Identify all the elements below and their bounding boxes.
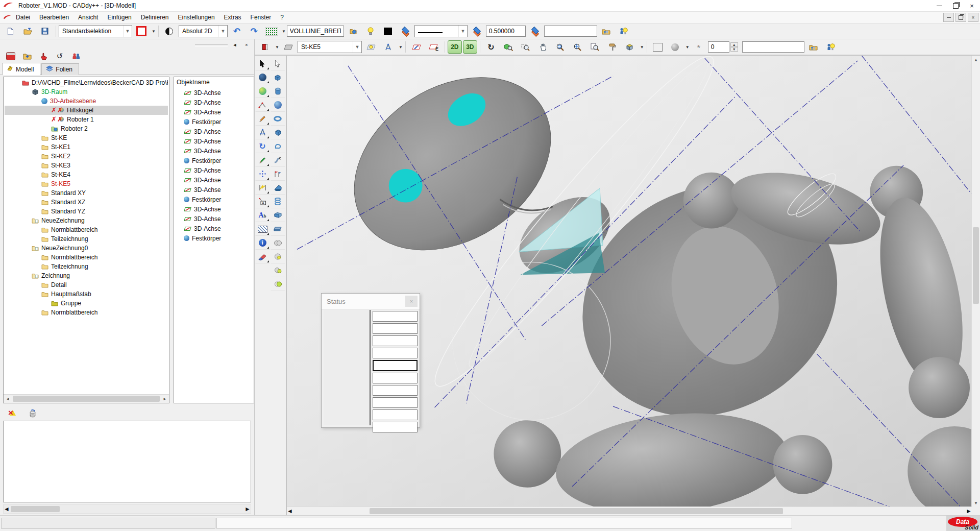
tab-folien[interactable]: Folien [41,63,79,75]
line-type-layers-button[interactable] [469,24,485,38]
tool-bool-shell-button[interactable] [271,250,285,263]
line-style-input[interactable] [287,26,344,37]
selection-color-button[interactable] [133,24,150,38]
tool-rotate-copy-button[interactable]: ↻ [255,139,270,153]
status-window-titlebar[interactable]: Status × [322,294,420,309]
attribute-input[interactable] [544,26,597,37]
tool-point-snap-button[interactable] [255,167,270,181]
plane-align-dropdown-icon[interactable]: ▼ [399,45,403,50]
tool-text-button[interactable]: Ab [255,208,270,222]
tool-solid-sphere-button[interactable] [255,70,270,84]
tool-hatch-button[interactable] [255,222,270,236]
window-restore-button[interactable] [947,0,964,11]
tree-item[interactable]: ✗✗Hilfskugel [5,106,168,115]
status-field-row[interactable] [373,360,418,371]
workplane-dropdown-icon[interactable]: ▼ [275,45,279,50]
status-field-row[interactable] [373,422,418,432]
scroll-up-icon[interactable]: ▲ [972,56,980,64]
tree-item[interactable]: Normblattbereich [5,308,168,317]
line-width-input[interactable] [486,26,526,37]
message-list[interactable] [3,421,251,502]
tree-item[interactable]: Hauptmaßstab [5,289,168,299]
line-style-folder-button[interactable] [345,24,361,38]
spinner-down-icon[interactable]: ▼ [730,47,738,52]
scroll-left-icon[interactable]: ◄ [4,505,10,513]
status-field-row[interactable] [373,397,418,408]
workplane-plane-button[interactable] [280,40,297,54]
delete-marked-button[interactable]: × [4,406,20,421]
view-3d-button[interactable]: 3D [463,40,477,54]
new-file-button[interactable] [2,24,18,38]
tool-select-3d-button[interactable] [271,57,285,70]
child-close-button[interactable]: × [968,13,978,22]
tool-sphere-button[interactable] [271,98,285,112]
model-canvas[interactable] [287,56,972,511]
coordinate-mode-select[interactable]: Absolut 2D▼ [179,25,228,37]
viewport-hscroll-thumb[interactable] [370,508,783,514]
shade-mode-button[interactable] [667,40,683,54]
tree-item[interactable]: St-KE2 [5,152,168,161]
status-field-row[interactable] [373,348,418,358]
object-list-item[interactable]: 3D-Achse [177,165,254,175]
menu-item-definieren[interactable]: Definieren [136,13,174,22]
status-window[interactable]: Status × [321,293,420,428]
tree-item[interactable]: St-KE1 [5,142,168,152]
group-folder-button[interactable] [598,24,615,38]
scroll-right-icon[interactable]: ► [161,395,169,403]
scroll-right-icon[interactable]: ► [966,508,972,515]
tree-item[interactable]: Teilzeichnung [5,262,168,271]
line-style-bulb-button[interactable] [362,24,379,38]
plane-visibility-button[interactable] [363,40,379,54]
tree-item[interactable]: Zeichnung [5,271,168,280]
layer-name-input[interactable] [742,41,804,53]
dock-load-button[interactable] [20,51,34,62]
viewport-horizontal-scrollbar[interactable]: ◄ ► [287,506,972,515]
zoom-previous-button[interactable] [552,40,569,54]
status-field-row[interactable] [373,373,418,383]
tool-select-button[interactable] [255,57,270,70]
tree-item[interactable]: St-KE [5,133,168,142]
tool-modify-sphere-button[interactable] [255,84,270,98]
layer-bulb-button[interactable] [823,40,839,54]
zoom-fit-button[interactable] [570,40,586,54]
tool-info-button[interactable]: i [255,236,270,250]
view-2d-button[interactable]: 2D [448,40,462,54]
object-list-item[interactable]: 3D-Achse [177,88,254,98]
selection-color-dropdown-icon[interactable]: ▼ [152,29,156,34]
object-list-item[interactable]: 3D-Achse [177,107,254,117]
line-type-select[interactable]: ▼ [414,25,468,37]
object-list-item[interactable]: Festkörper [177,233,254,243]
tool-flags-button[interactable] [271,167,285,181]
object-list-item[interactable]: 3D-Achse [177,127,254,136]
zoom-sheet-button[interactable] [587,40,603,54]
group-bulb-button[interactable] [616,24,632,38]
render-mode-dropdown-icon[interactable]: ▼ [640,45,644,50]
tree-item[interactable]: NeueZeichnung [5,216,168,225]
tree-item[interactable]: Detail [5,280,168,289]
line-width-layers-button[interactable] [527,24,543,38]
tool-line-snap-button[interactable] [255,181,270,195]
viewport-vertical-scrollbar[interactable]: ▲ ▼ [971,56,980,507]
grid-dropdown-icon[interactable]: ▼ [282,29,286,34]
tree-item[interactable]: St-KE3 [5,161,168,170]
tree-scroll-thumb[interactable] [13,396,160,402]
color-layers-button[interactable] [397,24,413,38]
layer-folder-button[interactable] [805,40,822,54]
dock-close-button[interactable]: × [242,41,251,50]
status-field-row[interactable] [373,385,418,396]
object-list-item[interactable]: 3D-Achse [177,136,254,146]
spinner-up-icon[interactable]: ▲ [730,42,738,47]
dock-scroll-thumb[interactable] [11,506,60,512]
color-swatch-button[interactable] [380,24,396,38]
plane-edit-e-button[interactable]: E [426,40,442,54]
dock-collapse-button[interactable]: ◄ [230,41,239,50]
object-list-item[interactable]: 3D-Achse [177,185,254,195]
tree-item[interactable]: D:\AVCHD_Filme\Lernvideos\BeckerCAD 3D P… [5,78,168,87]
menu-item-help[interactable]: ? [276,13,288,22]
object-list-item[interactable]: 3D-Achse [177,214,254,224]
redo-button[interactable]: ↷ [246,24,262,38]
object-list-item[interactable]: 3D-Achse [177,224,254,233]
viewport-3d[interactable]: Status × ▲ ▼ [287,56,980,515]
dock-pick-button[interactable] [37,51,50,62]
scroll-left-icon[interactable]: ◄ [4,395,12,403]
